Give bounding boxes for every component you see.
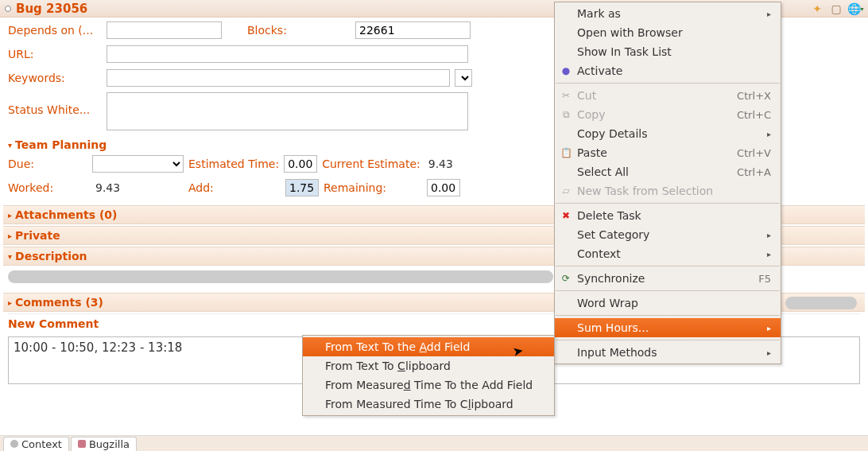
chevron-right-icon: ▸ [743, 231, 771, 239]
chevron-right-icon: ▸ [743, 10, 771, 18]
tab-bugzilla-label: Bugzilla [89, 438, 130, 450]
worked-value: 9.43 [92, 181, 184, 194]
paste-icon: 📋 [560, 146, 572, 159]
triangle-right-icon [8, 231, 12, 240]
chevron-right-icon: ▸ [743, 348, 771, 357]
delete-icon: ✖ [560, 209, 572, 222]
menu-separator [556, 83, 780, 84]
triangle-down-icon [8, 141, 12, 150]
tab-bugzilla[interactable]: Bugzilla [71, 437, 137, 451]
description-label: Description [15, 250, 87, 262]
worked-label: Worked: [8, 181, 87, 194]
copy-icon: ⧉ [560, 108, 572, 121]
menu-context[interactable]: Context▸ [555, 244, 781, 263]
depends-on-input[interactable] [107, 21, 222, 39]
blocks-input[interactable] [355, 21, 471, 39]
menu-sum-hours[interactable]: Sum Hours...▸ [555, 318, 781, 337]
menu-show-task-list[interactable]: Show In Task List [555, 42, 781, 61]
menu-separator [556, 315, 780, 316]
triangle-right-icon [8, 298, 12, 307]
menu-separator [556, 290, 780, 291]
bottom-tabs: Context Bugzilla [0, 435, 868, 451]
team-planning-label: Team Planning [15, 138, 107, 151]
chevron-right-icon: ▸ [743, 130, 771, 138]
submenu-from-text-clipboard[interactable]: From Text To Clipboard [303, 356, 554, 375]
redacted-text [8, 270, 553, 283]
globe-icon[interactable]: 🌐▾ [849, 2, 862, 15]
menu-separator [556, 340, 780, 340]
private-label: Private [15, 229, 60, 242]
remaining-input[interactable] [427, 179, 460, 196]
tab-context-label: Context [21, 438, 62, 450]
status-white-label: Status White... [8, 92, 102, 116]
box-icon[interactable]: ▢ [830, 2, 843, 15]
activate-icon: ● [560, 64, 572, 77]
redacted-text-right [785, 297, 857, 309]
menu-delete-task[interactable]: ✖Delete Task [555, 206, 781, 225]
blocks-label: Blocks: [247, 24, 351, 37]
menu-activate[interactable]: ●Activate [555, 61, 781, 80]
menu-input-methods[interactable]: Input Methods▸ [555, 343, 781, 362]
status-white-textarea[interactable] [107, 92, 468, 130]
tab-context[interactable]: Context [3, 437, 69, 451]
menu-separator [556, 203, 780, 204]
new-task-icon: ▱ [560, 185, 572, 197]
url-label: URL: [8, 48, 102, 60]
add-input[interactable] [285, 179, 319, 196]
menu-synchronize[interactable]: ⟳SynchronizeF5 [555, 269, 781, 288]
chevron-right-icon: ▸ [743, 324, 771, 332]
estimated-input[interactable] [284, 155, 317, 173]
triangle-down-icon [8, 252, 12, 261]
sum-hours-submenu: From Text To the Add Field From Text To … [302, 335, 555, 416]
add-label: Add: [188, 181, 281, 194]
cut-icon: ✂ [560, 89, 572, 102]
menu-copy-details[interactable]: Copy Details▸ [555, 124, 781, 143]
bugzilla-tab-icon [78, 440, 86, 448]
menu-set-category[interactable]: Set Category▸ [555, 225, 781, 244]
keywords-input[interactable] [107, 69, 450, 87]
depends-on-label: Depends on (... [8, 24, 102, 37]
menu-separator [556, 266, 780, 266]
chevron-right-icon: ▸ [743, 250, 771, 259]
triangle-right-icon [8, 211, 12, 220]
due-select[interactable] [92, 155, 184, 173]
keywords-dropdown[interactable] [455, 69, 472, 87]
attachments-label: Attachments (0) [15, 208, 117, 221]
current-estimate-label: Current Estimate: [322, 157, 420, 170]
estimated-label: Estimated Time: [188, 157, 279, 170]
submenu-from-measured-clipboard[interactable]: From Measured Time To Clipboard [303, 395, 554, 414]
current-estimate-value: 9.43 [425, 157, 453, 170]
url-input[interactable] [107, 45, 468, 63]
comments-label: Comments (3) [15, 296, 103, 309]
menu-paste[interactable]: 📋PasteCtrl+V [555, 143, 781, 162]
menu-copy[interactable]: ⧉CopyCtrl+C [555, 105, 781, 124]
menu-select-all[interactable]: Select AllCtrl+A [555, 162, 781, 181]
menu-mark-as[interactable]: Mark as▸ [555, 4, 781, 23]
submenu-from-measured-add[interactable]: From Measured Time To the Add Field [303, 375, 554, 395]
title-text: Bug 23056 [16, 2, 87, 16]
due-label: Due: [8, 157, 87, 170]
menu-cut[interactable]: ✂CutCtrl+X [555, 86, 781, 105]
sync-icon[interactable]: ✦ [811, 2, 823, 15]
context-tab-icon [10, 440, 18, 448]
menu-open-browser[interactable]: Open with Browser [555, 23, 781, 42]
sync-icon: ⟳ [560, 272, 572, 285]
comment-text: 10:00 - 10:50, 12:23 - 13:18 [14, 340, 182, 355]
context-menu: Mark as▸ Open with Browser Show In Task … [554, 2, 781, 364]
submenu-from-text-add[interactable]: From Text To the Add Field [303, 337, 554, 356]
toolbar-icons: ✦ ▢ 🌐▾ [811, 2, 862, 15]
remaining-label: Remaining: [324, 181, 422, 194]
menu-word-wrap[interactable]: Word Wrap [555, 294, 781, 313]
keywords-label: Keywords: [8, 72, 102, 84]
menu-new-task[interactable]: ▱New Task from Selection [555, 181, 781, 200]
title-bullet-icon [5, 6, 11, 12]
